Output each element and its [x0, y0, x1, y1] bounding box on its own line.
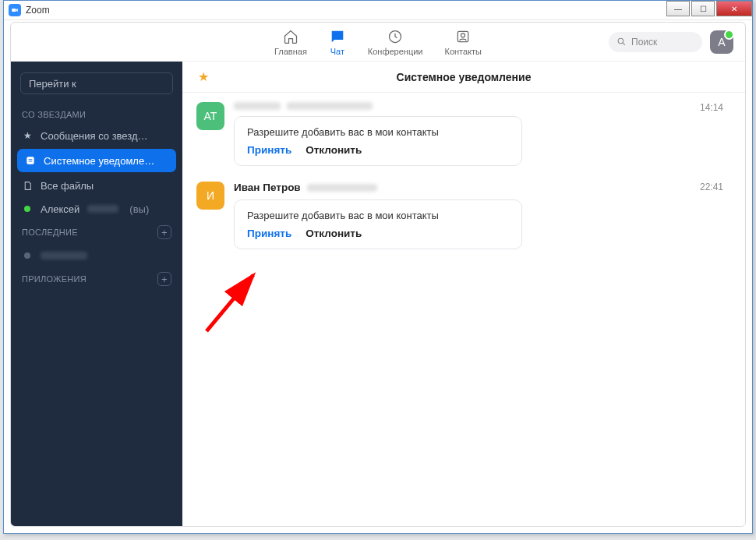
decline-button[interactable]: Отклонить — [306, 144, 362, 156]
presence-dot-icon — [22, 206, 33, 212]
contact-request-card: Разрешите добавить вас в мои контакты Пр… — [234, 116, 522, 166]
accept-button[interactable]: Принять — [247, 228, 291, 239]
blurred-email — [287, 102, 373, 110]
chat-title: Системное уведомление — [397, 71, 532, 83]
svg-rect-4 — [26, 157, 34, 164]
window-title: Zoom — [26, 5, 50, 16]
sidebar-item-system-notif[interactable]: Системное уведомле… — [17, 149, 176, 172]
svg-rect-6 — [29, 161, 33, 162]
contact-request-card: Разрешите добавить вас в мои контакты Пр… — [234, 199, 522, 249]
top-nav-bar: Главная Чат Конференции — [11, 23, 745, 62]
sender-name: Иван Петров — [234, 182, 301, 193]
star-icon: ★ — [22, 130, 33, 141]
blurred-name — [234, 102, 281, 110]
sidebar-item-me[interactable]: Алексей (вы) — [11, 197, 182, 221]
svg-rect-5 — [29, 159, 33, 160]
nav-conferences[interactable]: Конференции — [368, 28, 423, 56]
presence-dot-icon — [22, 252, 33, 259]
jump-to-input[interactable]: Перейти к — [20, 72, 173, 94]
message-item: И Иван Петров Разрешите добавить вас в м… — [196, 182, 731, 249]
svg-point-3 — [618, 38, 624, 44]
sidebar: Перейти к СО ЗВЕЗДАМИ ★ Сообщения со зве… — [11, 62, 182, 526]
home-icon — [282, 28, 299, 45]
chat-icon — [329, 28, 346, 45]
section-starred: СО ЗВЕЗДАМИ — [11, 105, 182, 124]
star-icon[interactable]: ★ — [198, 69, 209, 84]
square-icon — [25, 155, 36, 166]
minimize-button[interactable]: — — [666, 1, 690, 16]
message-item: AT Разрешите добавить вас в мои контакты — [196, 102, 731, 166]
profile-avatar-button[interactable]: A — [710, 30, 733, 54]
nav-chat[interactable]: Чат — [329, 28, 346, 56]
message-time: 22:41 — [700, 182, 723, 192]
search-input[interactable]: Поиск — [609, 32, 702, 52]
blurred-text — [87, 205, 118, 213]
request-text: Разрешите добавить вас в мои контакты — [247, 210, 509, 221]
sender-avatar[interactable]: И — [196, 182, 224, 210]
maximize-button[interactable]: ☐ — [691, 1, 715, 16]
sidebar-item-starred-msgs[interactable]: ★ Сообщения со звезд… — [11, 124, 182, 147]
contacts-icon — [454, 28, 472, 45]
add-app-button[interactable]: + — [157, 272, 171, 286]
main-panel: ★ Системное уведомление AT — [182, 62, 745, 526]
sidebar-item-all-files[interactable]: Все файлы — [11, 174, 182, 197]
app-window: Zoom — ☐ ✕ Главная — [3, 0, 753, 534]
file-icon — [22, 181, 33, 191]
section-apps: ПРИЛОЖЕНИЯ + — [11, 267, 182, 291]
nav-contacts[interactable]: Контакты — [445, 28, 482, 56]
title-bar[interactable]: Zoom — ☐ ✕ — [4, 1, 752, 20]
search-icon — [616, 37, 627, 47]
section-recent: ПОСЛЕДНИЕ + — [11, 221, 182, 244]
accept-button[interactable]: Принять — [247, 144, 291, 156]
nav-home[interactable]: Главная — [274, 28, 307, 56]
close-button[interactable]: ✕ — [716, 1, 752, 16]
sidebar-item-recent-1[interactable] — [11, 244, 182, 267]
sender-avatar[interactable]: AT — [196, 102, 224, 130]
zoom-logo-icon — [9, 4, 21, 16]
request-text: Разрешите добавить вас в мои контакты — [247, 126, 509, 138]
blurred-text — [41, 252, 87, 259]
decline-button[interactable]: Отклонить — [306, 228, 362, 239]
blurred-email — [307, 184, 377, 192]
chat-header: ★ Системное уведомление — [182, 62, 745, 93]
add-recent-button[interactable]: + — [157, 225, 171, 239]
clock-icon — [387, 28, 404, 45]
svg-point-2 — [461, 33, 465, 37]
message-time: 14:14 — [700, 102, 723, 113]
